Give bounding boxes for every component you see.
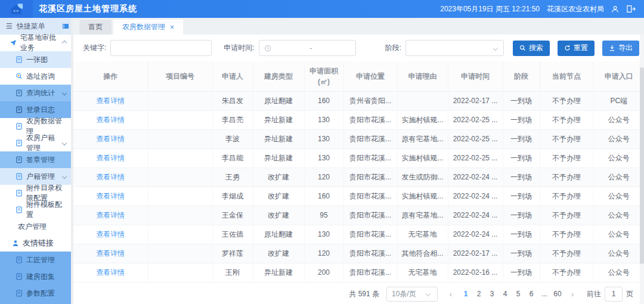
cell-applicant: 李烟成	[212, 187, 253, 206]
view-detail-link[interactable]: 查看详情	[96, 116, 125, 124]
sidebar-item-attachment-template[interactable]: 附件模板配置	[0, 201, 73, 218]
page-number-button[interactable]: ...	[538, 287, 551, 301]
view-detail-link[interactable]: 查看详情	[96, 230, 125, 238]
sidebar-item-farmer-mgmt[interactable]: 农户管理	[0, 218, 73, 235]
page-size-select[interactable]: 10条/页	[386, 287, 438, 302]
view-detail-link[interactable]: 查看详情	[96, 154, 125, 162]
cell-project-no	[148, 167, 212, 187]
cell-apply-time: 2022-02-16 ...	[448, 263, 503, 282]
stage-select[interactable]	[405, 40, 504, 56]
sidebar-item-query-stats[interactable]: 查询统计	[0, 85, 73, 101]
goto-suffix: 页	[626, 289, 633, 299]
table-row: 查看详情 王勇 改扩建 120 贵阳市花溪... 发生或防御... 2022-0…	[73, 167, 644, 187]
page-number-button[interactable]: 60	[551, 287, 564, 301]
view-detail-link[interactable]: 查看详情	[96, 135, 125, 143]
view-detail-link[interactable]: 查看详情	[96, 192, 125, 200]
sidebar-item-approval-business[interactable]: 宅基地审批业务	[0, 35, 73, 51]
chevron-down-icon	[426, 291, 431, 296]
sidebar-item-household[interactable]: 户籍管理	[0, 168, 73, 185]
cell-stage: 一到场	[503, 129, 540, 148]
sidebar-item-housing-household[interactable]: 农房户籍管理	[0, 135, 73, 151]
table-row: 查看详情 王金保 改扩建 95 贵阳市花溪... 原有宅基地... 2022-0…	[73, 206, 644, 225]
cell-apply-area: 160	[304, 91, 343, 110]
app-logo	[0, 0, 33, 18]
goto-page-input[interactable]	[605, 287, 623, 302]
page-number-button[interactable]: 5	[512, 287, 525, 301]
export-button[interactable]: 导出	[602, 41, 639, 56]
keyword-input[interactable]	[110, 40, 212, 56]
sidebar-item-param-config[interactable]: 参数配置	[0, 285, 73, 302]
sidebar-item-one-map[interactable]: 一张图	[0, 51, 73, 68]
collapse-sidebar-icon[interactable]	[63, 24, 69, 29]
page-number-button[interactable]: 6	[525, 287, 538, 301]
apply-time-range-input[interactable]: -	[259, 40, 356, 56]
view-detail-link[interactable]: 查看详情	[96, 211, 125, 219]
sidebar-item-site-consult[interactable]: 选址咨询	[0, 68, 73, 85]
view-detail-link[interactable]: 查看详情	[96, 173, 125, 181]
cell-apply-area: 200	[304, 263, 343, 282]
doc-icon	[16, 123, 23, 130]
sidebar-item-friend-links[interactable]: 友情链接	[0, 235, 73, 252]
tab-home[interactable]: 首页	[79, 20, 112, 35]
cell-current-node: 不予办理	[540, 148, 593, 167]
cell-entry: 公众号	[593, 110, 644, 129]
cell-stage: 一到场	[503, 187, 540, 206]
cell-reason: 无宅基地	[397, 225, 448, 244]
search-button[interactable]: 搜索	[513, 41, 550, 56]
sidebar-item-house-atlas[interactable]: 建房图集	[0, 268, 73, 285]
cell-reason: 发生或防御...	[397, 167, 448, 187]
cell-stage: 一到场	[503, 244, 540, 263]
sidebar-item-attachment-permission[interactable]: 附件目录权限配置	[0, 185, 73, 201]
view-detail-link[interactable]: 查看详情	[96, 249, 125, 258]
col-apply-time: 申请时间	[448, 61, 503, 91]
table-row: 查看详情 王佐德 原址翻建 130 贵阳市花溪... 无宅基地 2022-02-…	[73, 225, 644, 244]
keyword-label: 关键字:	[83, 43, 106, 53]
user-icon[interactable]	[611, 5, 619, 13]
cell-stage: 一到场	[503, 110, 540, 129]
page-number-button[interactable]: 1	[459, 287, 472, 301]
sidebar-item-housing-data[interactable]: 农房数据管理	[0, 118, 73, 135]
cell-reason	[397, 91, 448, 110]
chevron-up-icon	[62, 41, 67, 45]
sidebar-item-craftsman[interactable]: 工匠管理	[0, 252, 73, 268]
cell-build-type: 异址新建	[253, 110, 304, 129]
filter-bar: 关键字: 申请时间: - 阶段:	[73, 35, 644, 61]
cell-location: 贵阳市花溪...	[343, 206, 397, 225]
close-icon[interactable]: ×	[170, 24, 174, 31]
refresh-icon	[564, 45, 571, 51]
cell-project-no	[148, 187, 212, 206]
cell-project-no	[148, 225, 212, 244]
page-number-button[interactable]: 4	[499, 287, 512, 301]
clock-icon	[264, 45, 271, 52]
cell-location: 贵阳市花溪...	[343, 244, 397, 263]
page-number-button[interactable]: 2	[472, 287, 485, 301]
cell-current-node: 不予办理	[540, 225, 593, 244]
cell-applicant: 罗祥莲	[212, 244, 253, 263]
tab-housing-data[interactable]: 农房数据管理 ×	[113, 20, 183, 35]
doc-icon	[16, 256, 23, 263]
doc-icon	[16, 106, 23, 113]
page-numbers: 1 2 3 4 5 6 ...	[459, 287, 564, 301]
col-project-no: 项目编号	[148, 61, 212, 91]
cell-reason: 其他符合相...	[397, 244, 448, 263]
menu-icon[interactable]: ☰	[6, 22, 13, 30]
stage-label: 阶段:	[385, 43, 401, 53]
cell-apply-area: 95	[304, 206, 343, 225]
goto-label: 前往	[587, 289, 601, 299]
sidebar-bottom-section: 工匠管理 建房图集 参数配置 测绘任务	[0, 252, 73, 304]
prev-page-button[interactable]: ‹	[445, 287, 457, 301]
page-number-button[interactable]: 3	[485, 287, 499, 301]
view-detail-link[interactable]: 查看详情	[96, 268, 125, 277]
cell-build-type: 改扩建	[253, 167, 304, 187]
reset-button[interactable]: 重置	[558, 41, 595, 56]
sidebar-item-survey-task[interactable]: 测绘任务	[0, 302, 73, 304]
view-detail-link[interactable]: 查看详情	[96, 97, 125, 105]
content-scrollbar-thumb[interactable]	[640, 67, 644, 264]
sidebar-item-signature[interactable]: 签章管理	[0, 151, 73, 168]
cell-stage: 一到场	[503, 225, 540, 244]
cell-current-node: 不予办理	[540, 244, 593, 263]
logout-icon[interactable]	[626, 5, 636, 13]
sidebar-item-login-log[interactable]: 登录日志	[0, 101, 73, 118]
chevron-down-icon	[62, 141, 67, 145]
next-page-button[interactable]: ›	[566, 287, 578, 301]
